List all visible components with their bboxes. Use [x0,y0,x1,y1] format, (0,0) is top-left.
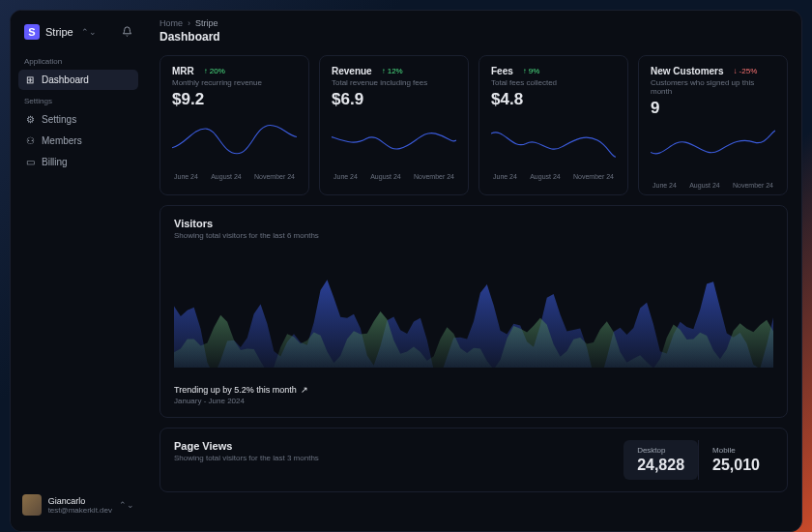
page-views-tab[interactable]: Mobile 25,010 [698,440,773,480]
metric-value: $9.2 [172,90,297,109]
metric-delta: ↑20% [200,66,229,76]
metric-title: MRR [172,66,194,76]
card-subtitle: Showing total visitors for the last 6 mo… [174,231,773,240]
metric-delta: ↑12% [378,66,407,76]
metric-title: Revenue [332,66,372,76]
metric-value: $6.9 [332,90,456,109]
user-menu[interactable]: Giancarlo test@makerkit.dev ⌃⌄ [18,488,138,521]
metric-sparkline [172,115,297,165]
metric-card: Revenue ↑12% Total revenue including fee… [319,55,469,195]
metric-card: New Customers ↓-25% Customers who signed… [638,55,788,195]
metric-subtitle: Monthly recurring revenue [172,78,297,87]
page-title: Dashboard [160,30,788,44]
arrow-up-icon: ↑ [382,67,386,75]
metric-delta: ↓-25% [730,66,762,76]
user-email: test@makerkit.dev [48,506,112,515]
dashboard-icon: ⊞ [25,75,35,85]
card-title: Page Views [174,440,624,452]
stat-label: Desktop [637,446,684,455]
trend-range: January - June 2024 [174,397,773,405]
arrow-down-icon: ↓ [734,67,738,75]
metric-card: Fees ↑9% Total fees collected $4.8 June … [478,55,628,195]
brand-name: Stripe [45,26,73,38]
nav-label: Dashboard [42,74,89,85]
metric-delta: ↑9% [519,66,544,76]
metric-card: MRR ↑20% Monthly recurring revenue $9.2 … [160,55,309,195]
page-views-tabs: Desktop 24,828Mobile 25,010 [624,440,773,480]
brand-switcher[interactable]: S Stripe ⌃⌄ [18,20,138,51]
user-name: Giancarlo [48,496,112,506]
card-title: Visitors [174,218,773,229]
arrow-up-icon: ↑ [523,67,527,75]
metric-title: Fees [491,66,513,76]
sidebar: S Stripe ⌃⌄ Application ⊞ Dashboard Sett… [11,11,146,531]
metric-sparkline [491,115,616,165]
brand-logo: S [24,24,40,40]
stat-label: Mobile [712,446,760,455]
stat-value: 25,010 [712,457,760,474]
chevron-up-down-icon: ⌃⌄ [119,500,134,510]
chevron-up-down-icon: ⌃⌄ [81,27,97,37]
nav-settings[interactable]: ⚙ Settings [18,109,138,130]
metrics-row: MRR ↑20% Monthly recurring revenue $9.2 … [160,55,788,195]
page-views-card: Page Views Showing total visitors for th… [160,428,788,492]
breadcrumb-current: Stripe [195,18,218,28]
spark-labels: June 24August 24November 24 [332,173,456,180]
page-views-tab[interactable]: Desktop 24,828 [624,440,698,480]
visitors-chart [174,251,773,368]
section-label: Settings [18,91,138,109]
nav-billing[interactable]: ▭ Billing [18,152,138,172]
trend-up-icon: ↗ [301,385,308,395]
metric-sparkline [332,115,456,165]
billing-icon: ▭ [25,158,35,167]
metric-sparkline [651,124,775,174]
trend-text: Trending up by 5.2% this month ↗ [174,385,773,395]
metric-value: $4.8 [491,90,616,109]
nav-label: Settings [42,114,76,125]
main-content: Home › Stripe Dashboard MRR ↑20% Monthly… [146,11,801,531]
bell-icon[interactable] [122,26,132,39]
nav-label: Billing [42,157,68,167]
spark-labels: June 24August 24November 24 [651,182,775,189]
avatar [22,494,42,516]
metric-subtitle: Total revenue including fees [332,78,456,87]
spark-labels: June 24August 24November 24 [172,173,297,180]
stat-value: 24,828 [637,457,684,474]
gear-icon: ⚙ [25,115,35,125]
breadcrumb-home[interactable]: Home [160,18,183,28]
metric-subtitle: Customers who signed up this month [651,78,775,96]
metric-title: New Customers [651,66,724,76]
nav-members[interactable]: ⚇ Members [18,131,138,151]
nav-dashboard[interactable]: ⊞ Dashboard [18,70,138,90]
members-icon: ⚇ [25,136,35,146]
breadcrumb: Home › Stripe [160,18,788,28]
chevron-right-icon: › [188,18,190,28]
spark-labels: June 24August 24November 24 [491,173,616,180]
nav-label: Members [42,135,82,146]
arrow-up-icon: ↑ [204,67,208,75]
section-label: Application [18,51,138,70]
metric-subtitle: Total fees collected [491,78,616,87]
visitors-card: Visitors Showing total visitors for the … [160,205,788,418]
metric-value: 9 [651,99,775,118]
card-subtitle: Showing total visitors for the last 3 mo… [174,454,624,462]
